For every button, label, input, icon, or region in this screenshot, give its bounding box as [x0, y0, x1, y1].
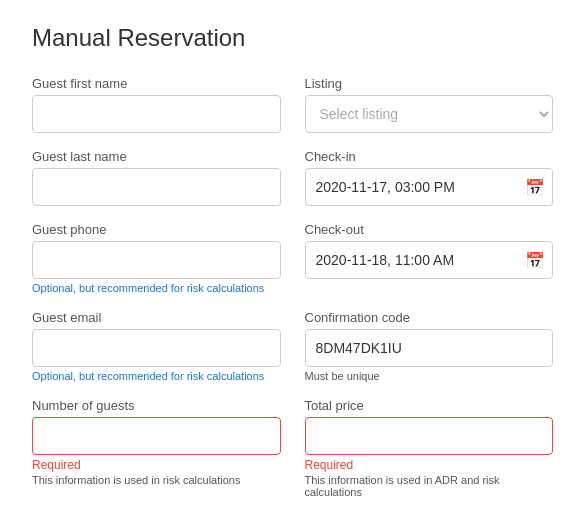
confirmation-code-group: Confirmation code Must be unique — [305, 310, 554, 382]
checkin-group: Check-in 📅 — [305, 149, 554, 206]
guest-last-name-label: Guest last name — [32, 149, 281, 164]
checkin-input[interactable] — [305, 168, 554, 206]
confirmation-code-label: Confirmation code — [305, 310, 554, 325]
checkin-label: Check-in — [305, 149, 554, 164]
total-price-label: Total price — [305, 398, 554, 413]
confirmation-code-hint: Must be unique — [305, 370, 554, 382]
total-price-input[interactable] — [305, 417, 554, 455]
guest-phone-input[interactable] — [32, 241, 281, 279]
checkout-group: Check-out 📅 — [305, 222, 554, 294]
checkout-label: Check-out — [305, 222, 554, 237]
listing-group: Listing Select listing — [305, 76, 554, 133]
guest-phone-label: Guest phone — [32, 222, 281, 237]
total-price-group: Total price Required This information is… — [305, 398, 554, 498]
guest-first-name-group: Guest first name — [32, 76, 281, 133]
num-guests-group: Number of guests Required This informati… — [32, 398, 281, 498]
num-guests-error: Required — [32, 458, 281, 472]
total-price-hint: This information is used in ADR and risk… — [305, 474, 554, 498]
guest-email-group: Guest email Optional, but recommended fo… — [32, 310, 281, 382]
confirmation-code-input[interactable] — [305, 329, 554, 367]
num-guests-hint: This information is used in risk calcula… — [32, 474, 281, 486]
num-guests-input[interactable] — [32, 417, 281, 455]
guest-phone-hint: Optional, but recommended for risk calcu… — [32, 282, 281, 294]
num-guests-label: Number of guests — [32, 398, 281, 413]
guest-last-name-input[interactable] — [32, 168, 281, 206]
listing-label: Listing — [305, 76, 554, 91]
guest-phone-group: Guest phone Optional, but recommended fo… — [32, 222, 281, 294]
page-title: Manual Reservation — [32, 24, 553, 52]
guest-first-name-label: Guest first name — [32, 76, 281, 91]
total-price-error: Required — [305, 458, 554, 472]
checkout-input[interactable] — [305, 241, 554, 279]
guest-last-name-group: Guest last name — [32, 149, 281, 206]
guest-email-input[interactable] — [32, 329, 281, 367]
listing-select[interactable]: Select listing — [305, 95, 554, 133]
guest-first-name-input[interactable] — [32, 95, 281, 133]
guest-email-label: Guest email — [32, 310, 281, 325]
guest-email-hint: Optional, but recommended for risk calcu… — [32, 370, 281, 382]
